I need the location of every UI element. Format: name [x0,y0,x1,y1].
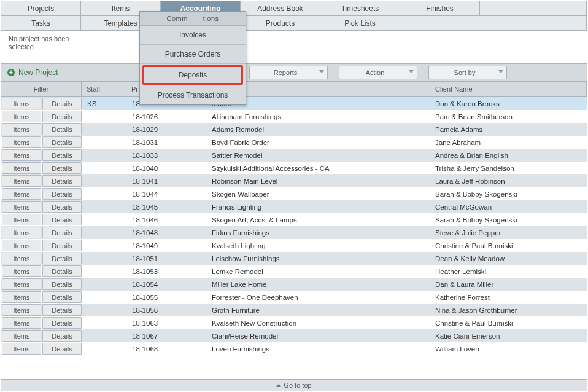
details-button[interactable]: Details [42,188,82,200]
client-name-cell: Pamela Adams [430,123,587,136]
table-row[interactable]: ItemsDetails18-1067Ciani/Heise RemodelKa… [1,329,587,342]
items-button[interactable]: Items [2,123,41,135]
reports-dropdown[interactable]: Reports [249,66,328,79]
filter-header[interactable]: Filter [1,82,82,96]
items-button[interactable]: Items [2,162,41,174]
table-row[interactable]: ItemsDetails18-1046Skogen Art, Accs, & L… [1,213,587,226]
project-number-cell: 18-1055 [127,291,207,304]
details-button[interactable]: Details [42,291,82,303]
items-button[interactable]: Items [2,188,41,200]
staff-cell [82,226,127,239]
project-name-cell: Forrester - One Deephaven [207,291,430,304]
menu-item-process-transactions[interactable]: Process Transactions [140,86,246,104]
table-row[interactable]: ItemsDetails18-1053Lemke RemodelHeather … [1,265,587,278]
project-number-cell: 18-1048 [127,226,207,239]
details-button[interactable]: Details [42,98,82,109]
details-button[interactable]: Details [42,123,82,135]
items-button[interactable]: Items [2,330,41,342]
tab-tasks[interactable]: Tasks [1,16,81,31]
items-button[interactable]: Items [2,98,41,109]
details-button[interactable]: Details [42,201,82,213]
project-number-cell: 18-1045 [127,200,207,213]
client-header[interactable]: Client Name [430,82,587,96]
items-button[interactable]: Items [2,111,41,122]
items-button[interactable]: Items [2,265,41,277]
action-dropdown[interactable]: Action [339,66,417,79]
details-button[interactable]: Details [42,111,82,122]
new-project-button[interactable]: + New Project [1,64,126,81]
staff-cell [82,252,127,265]
table-row[interactable]: ItemsDetails18-1068Loven FurnishingsWill… [1,342,587,355]
staff-header[interactable]: Staff [82,82,126,96]
table-row[interactable]: ItemsDetails18-1031Boyd Fabric OrderJane… [1,136,587,149]
table-row[interactable]: ItemsDetails18-1044Skogen WallpaperSarah… [1,187,587,200]
items-button[interactable]: Items [2,240,41,251]
tab-timesheets[interactable]: Timesheets [320,1,400,16]
details-button[interactable]: Details [42,175,82,187]
details-button[interactable]: Details [42,253,82,264]
items-button[interactable]: Items [2,317,41,329]
menu-item-invoices[interactable]: Invoices [140,26,246,45]
project-name-cell: Szykulski Additional Accessories - CA [207,162,430,174]
table-row[interactable]: ItemsDetails18-1026Allingham Furnishings… [1,110,587,123]
items-button[interactable]: Items [2,253,41,264]
table-row[interactable]: ItemsDetails18-1041Robinson Main LevelLa… [1,174,587,187]
client-name-cell: Steve & Julie Pepper [430,226,587,239]
items-button[interactable]: Items [2,214,41,225]
table-row[interactable]: ItemsDetails18-1049Kvalseth LightingChri… [1,239,587,252]
sortby-dropdown[interactable]: Sort by [428,66,507,79]
staff-cell [82,149,127,162]
items-button[interactable]: Items [2,136,41,148]
menu-item-purchase-orders[interactable]: Purchase Orders [140,45,246,64]
table-row[interactable]: ItemsDetails18-1033Sattler RemodelAndrea… [1,149,587,162]
items-button[interactable]: Items [2,175,41,187]
go-to-top-button[interactable]: Go to top [1,379,587,391]
project-name-cell: Miller Lake Home [207,278,430,291]
details-button[interactable]: Details [42,214,82,225]
tab-finishes[interactable]: Finishes [400,1,480,16]
tab-pick-lists[interactable]: Pick Lists [320,16,400,31]
details-button[interactable]: Details [42,265,82,277]
tab-projects[interactable]: Projects [1,1,81,16]
table-row[interactable]: ItemsDetails18-1045Francis LightingCentr… [1,200,587,213]
project-number-cell: 18-1031 [127,136,207,149]
table-row[interactable]: ItemsDetails18-1048Firkus FurnishingsSte… [1,226,587,239]
details-button[interactable]: Details [42,317,82,329]
details-button[interactable]: Details [42,136,82,148]
project-number-cell: 18-1054 [127,278,207,291]
table-row[interactable]: ItemsDetails18-1029Adams RemodelPamela A… [1,123,587,136]
table-row[interactable]: ItemsDetails18-1051Leischow FurnishingsD… [1,252,587,265]
table-row[interactable]: ItemsDetails18-1055Forrester - One Deeph… [1,291,587,304]
table-row[interactable]: ItemsDetails18-1040Szykulski Additional … [1,162,587,174]
details-button[interactable]: Details [42,227,82,238]
details-button[interactable]: Details [42,343,82,355]
items-button[interactable]: Items [2,201,41,213]
plus-icon: + [7,69,15,76]
project-name-cell: Kvalseth New Construction [207,316,430,329]
items-button[interactable]: Items [2,149,41,161]
details-button[interactable]: Details [42,240,82,251]
project-name-cell: Sattler Remodel [207,149,430,162]
details-button[interactable]: Details [42,330,82,342]
table-row[interactable]: ItemsDetails18-1063Kvalseth New Construc… [1,316,587,329]
menu-item-deposits[interactable]: Deposits [142,65,243,85]
tab-address-book[interactable]: Address Book [241,1,320,16]
tab-products[interactable]: Products [241,16,320,31]
table-row[interactable]: ItemsDetailsKS18modelDon & Karen Brooks [1,97,587,110]
client-name-cell: Dean & Kelly Meadow [430,252,587,265]
items-button[interactable]: Items [2,227,41,238]
items-button[interactable]: Items [2,278,41,290]
project-number-cell: 18-1049 [127,239,207,252]
table-row[interactable]: ItemsDetails18-1054Miller Lake HomeDan &… [1,278,587,291]
project-number-cell: 18-1067 [127,329,207,342]
table-row[interactable]: ItemsDetails18-1056Groth FurnitureNina &… [1,304,587,316]
details-button[interactable]: Details [42,149,82,161]
details-button[interactable]: Details [42,304,82,316]
items-button[interactable]: Items [2,291,41,303]
chevron-up-icon [276,384,281,387]
items-button[interactable]: Items [2,343,41,355]
items-button[interactable]: Items [2,304,41,316]
staff-cell [82,123,127,136]
details-button[interactable]: Details [42,278,82,290]
details-button[interactable]: Details [42,162,82,174]
